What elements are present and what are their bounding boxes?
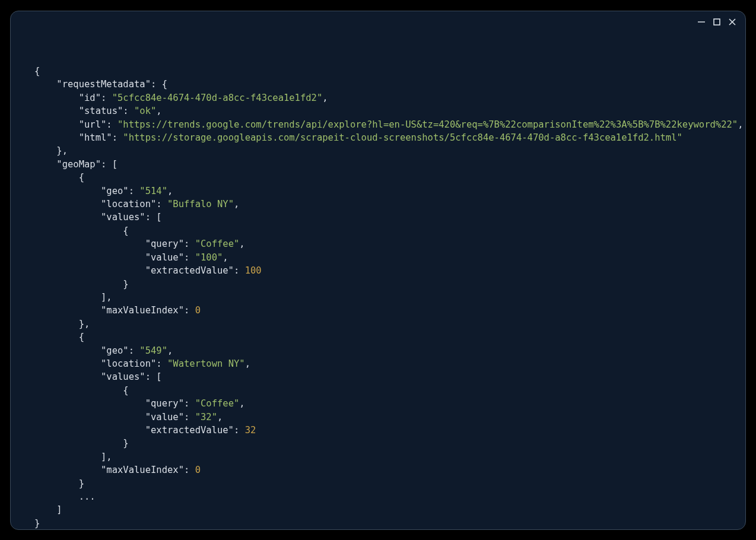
maximize-icon[interactable] [712,17,722,27]
close-icon[interactable] [728,17,737,27]
svg-rect-1 [714,19,720,25]
minimize-icon[interactable] [697,17,706,27]
window-titlebar [697,17,737,27]
terminal-window: { "requestMetadata": { "id": "5cfcc84e-4… [10,11,746,530]
json-output: { "requestMetadata": { "id": "5cfcc84e-4… [34,65,744,530]
